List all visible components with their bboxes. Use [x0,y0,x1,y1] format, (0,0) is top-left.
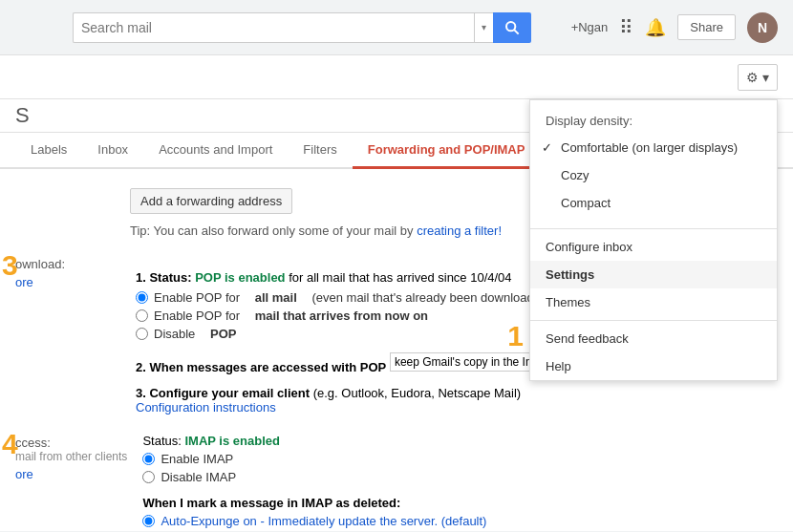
dropdown-compact[interactable]: Compact [530,189,777,217]
gear-icon: ⚙ [746,70,759,85]
search-input[interactable] [73,12,474,43]
topbar: ▾ +Ngan ⠿ 🔔 Share N [0,0,793,55]
checkmark-icon: ✓ [542,140,552,155]
pop-left-label: ownload: ore [15,255,120,415]
search-icon [504,20,520,35]
imap-status-line: Status: IMAP is enabled [142,434,486,448]
pop-radio-disable: Disable POP [136,327,552,341]
dropdown-send-feedback[interactable]: Send feedback [530,325,777,352]
dropdown-help[interactable]: Help [530,352,777,380]
tab-accounts[interactable]: Accounts and Import [143,133,288,169]
svg-point-0 [506,22,515,31]
config-section: 3. Configure your email client (e.g. Out… [136,386,552,415]
search-button[interactable] [493,12,531,43]
gear-dropdown-arrow: ▾ [762,70,769,85]
dropdown-configure-inbox[interactable]: Configure inbox [530,233,777,261]
imap-enable-radio: Enable IMAP [142,452,486,466]
pop-action-select[interactable]: keep Gmail's copy in the In [390,352,537,372]
settings-bar: ⚙ ▾ [0,55,793,99]
svg-line-1 [514,30,518,33]
imap-deleted-header: When I mark a message in IMAP as deleted… [142,496,486,510]
filter-link[interactable]: creating a filter! [417,223,502,238]
tab-inbox[interactable]: Inbox [82,133,143,169]
add-forwarding-button[interactable]: Add a forwarding address [130,188,292,214]
dropdown-settings[interactable]: Settings [530,261,777,288]
dropdown-cozy[interactable]: Cozy [530,161,777,189]
pop-more-link[interactable]: ore [15,275,33,289]
share-button[interactable]: Share [677,14,736,40]
pop-radio-all-input[interactable] [136,291,148,304]
dropdown-comfortable[interactable]: ✓ Comfortable (on larger displays) [530,134,777,161]
pop-radio-all: Enable POP for all mail (even mail that'… [136,290,552,305]
avatar[interactable]: N [747,12,778,43]
pop-status-line: 1. Status: POP is enabled for all mail t… [136,270,552,285]
pop-right-content: 1. Status: POP is enabled for all mail t… [136,255,552,415]
settings-gear-button[interactable]: ⚙ ▾ [738,64,778,91]
user-name[interactable]: +Ngan [571,20,609,34]
search-bar: ▾ [73,12,531,43]
imap-auto-on-input[interactable] [142,515,155,527]
pop-radio-now: Enable POP for mail that arrives from no… [136,309,552,323]
tab-labels[interactable]: Labels [15,133,82,169]
tab-forwarding[interactable]: Forwarding and POP/IMAP [353,133,541,169]
imap-disable-input[interactable] [142,471,155,483]
imap-left-label: ccess: mail from other clients ore [15,434,127,531]
grid-icon[interactable]: ⠿ [619,16,633,39]
imap-right-content: Status: IMAP is enabled Enable IMAP Disa… [142,434,486,531]
imap-enable-input[interactable] [142,453,155,465]
pop-radio-now-input[interactable] [136,309,148,322]
bell-icon[interactable]: 🔔 [645,17,666,38]
imap-disable-radio: Disable IMAP [142,470,486,484]
display-density-label: Display density: [530,108,777,134]
imap-section: 4 ccess: mail from other clients ore Sta… [15,434,778,531]
display-density-section: Display density: ✓ Comfortable (on large… [530,100,777,224]
when-pop-section: 2. When messages are accessed with POP k… [136,352,552,374]
dropdown-divider-2 [530,320,777,321]
tab-filters[interactable]: Filters [288,133,352,169]
dropdown-divider-1 [530,228,777,229]
pop-radio-disable-input[interactable] [136,328,148,340]
search-dropdown[interactable]: ▾ [474,12,493,43]
config-instructions-link[interactable]: Configuration instructions [136,400,276,415]
pop-radio-group: Enable POP for all mail (even mail that'… [136,290,552,341]
imap-auto-on: Auto-Expunge on - Immediately update the… [142,514,486,528]
dropdown-menu: Display density: ✓ Comfortable (on large… [529,99,778,381]
dropdown-themes[interactable]: Themes [530,288,777,316]
topbar-right: +Ngan ⠿ 🔔 Share N [571,12,778,43]
imap-more-link[interactable]: ore [15,467,33,481]
